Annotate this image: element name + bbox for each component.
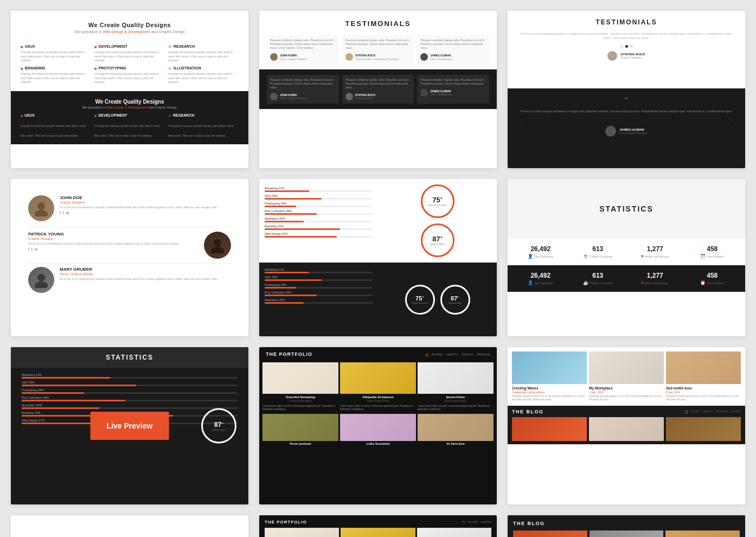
skills-circles-card: Marketing 41% SEO 53% Prototyping 29% Br… xyxy=(259,179,497,336)
card3-light-avatar xyxy=(607,51,617,61)
blog-post-1: Cresting Waves 5 september • Environment… xyxy=(512,386,587,401)
member-3-desc: Sit ut nisi ut mi condimentum suscipit C… xyxy=(60,277,217,281)
bottom-partial-3: THE BLOG xyxy=(508,515,745,537)
stat-pushups: 1,277 ♥ While Grip Pushups xyxy=(627,245,683,259)
avatar-2 xyxy=(345,53,353,61)
facebook-icon-2[interactable]: f xyxy=(28,247,29,251)
facebook-icon-1[interactable]: f xyxy=(60,211,61,215)
portfolio-title: THE PORTFOLIO xyxy=(266,351,312,357)
member-3-photo xyxy=(28,267,54,293)
prev-arrow-icon[interactable]: ‹ xyxy=(521,118,522,123)
blog-img-ocean xyxy=(512,351,587,384)
dark-testimonial-3: Pleasant cohabitos display vella. Phasel… xyxy=(417,75,489,104)
team-member-3: MARY GRUBER Senior, Surface Design Sit u… xyxy=(28,267,231,293)
blog-images-top xyxy=(512,351,741,384)
portfolio-header: THE PORTFOLIO All Branding Logo/Print St… xyxy=(259,347,497,362)
feature-branding: ■ BRANDING Change the business growth se… xyxy=(21,66,91,85)
next-arrow-icon[interactable]: › xyxy=(731,118,732,123)
card1-subheading: We specialize in Web Design & Developmen… xyxy=(21,30,239,34)
tab-all[interactable]: All xyxy=(425,353,428,356)
dark-tab-articles[interactable]: Articles xyxy=(690,410,699,413)
skills-dark-section: Marketing 41% SEO 53% Prototyping 29% Br… xyxy=(259,263,378,336)
dark-feature-research: ✕ RESEARCH Change the business growth se… xyxy=(168,113,239,139)
member-1-role: Graphic Designer xyxy=(60,201,217,204)
card3-light-author: SYNTHIA ROCK Graphic Designer xyxy=(521,51,732,61)
skills-top-half: Marketing 41% SEO 53% Prototyping 29% Br… xyxy=(259,179,497,263)
tab-branding[interactable]: Branding xyxy=(432,353,443,356)
heart-icon: ♥ xyxy=(641,254,644,259)
dark-tab-all[interactable]: All xyxy=(685,410,688,413)
circle-87-num: 87+ xyxy=(432,235,443,243)
bottom-partial-2: THE PORTFOLIO All Branding Logo/Print xyxy=(259,515,497,537)
circle-75: 75+ Brand Customers xyxy=(421,184,454,218)
skill-webdesign: Web Design 67% xyxy=(265,232,373,238)
dark-blog-tabs: All Articles Log/Print Stationery Tutori… xyxy=(685,410,741,413)
testimonials-dark-row: Pleasant cohabitos display vella. Phasel… xyxy=(259,69,497,109)
branding-icon: ■ xyxy=(21,66,23,71)
portfolio-item-4: Proin pretium xyxy=(262,414,338,445)
dark-avatar-2 xyxy=(345,93,353,100)
stats-dark-numbers: 26,492 👤 App Downloads 613 ☕ Coffees Con… xyxy=(508,265,745,292)
uiux-icon: ■ xyxy=(21,44,23,49)
member-1-social: f t in xyxy=(60,211,217,215)
card3-dark-author: JAMES ULIMAN Lead Graphic Designer xyxy=(521,126,732,137)
skill-marketing: Marketing 41% xyxy=(265,187,373,192)
tab-webdesign[interactable]: Webdesign xyxy=(477,353,490,356)
card3-dark-part: “ Proin cum odio volutpat penatibus at m… xyxy=(508,88,745,168)
dark-tab-tutorials[interactable]: Tutorials xyxy=(731,410,741,413)
team-card: JOHN DOE Graphic Designer Sit ut nisi ut… xyxy=(11,179,248,336)
blog-img-desk xyxy=(589,351,664,384)
member-2-role: Graphic Designer xyxy=(28,237,198,240)
dot-1 xyxy=(620,45,623,48)
svg-point-3 xyxy=(211,247,224,253)
portfolio-card: THE PORTFOLIO All Branding Logo/Print St… xyxy=(259,347,497,504)
card3-nav-arrows[interactable]: ‹ › xyxy=(521,118,732,123)
circles-dark-section: 75+ Brand Customers 87+ Referral Work xyxy=(378,263,497,336)
stat-hours: 458 ⏰ Hours Worked xyxy=(685,245,740,259)
rss-icon-1[interactable]: in xyxy=(66,211,69,215)
twitter-icon-1[interactable]: t xyxy=(63,211,64,215)
dark-testimonial-2: Pleasant cohabitos display vella. Phasel… xyxy=(342,75,414,104)
dark-blog-header: THE BLOG All Articles Log/Print Statione… xyxy=(512,409,741,414)
skills-dark-half: Marketing 41% SEO 53% Prototyping 29% Br… xyxy=(259,263,497,336)
card3-light-quote: Proin cum odio volutpat penatibus at mag… xyxy=(521,31,732,41)
svg-point-4 xyxy=(37,274,45,282)
member-2-social: f t in xyxy=(28,247,198,251)
portfolio-item-5: Lofis Scummet xyxy=(340,414,416,445)
quality-designs-card: We Create Quality Designs We specialize … xyxy=(11,11,248,168)
rss-icon-2[interactable]: in xyxy=(35,247,37,251)
twitter-icon-2[interactable]: t xyxy=(31,247,33,251)
member-1-photo xyxy=(28,195,54,221)
dark-stat-hours: 458 ⏰ Hours Worked xyxy=(685,272,740,285)
dark-avatar-1 xyxy=(270,93,278,100)
card7-circle: 87+ Referral Work xyxy=(201,408,236,444)
portfolio-item-1: Graceful Sweeping Lorem lorem lorem xyxy=(262,362,338,402)
feature-research: ✕ RESEARCH Change the business growth se… xyxy=(168,44,239,63)
skill-prototyping: Prototyping 29% xyxy=(265,202,373,207)
dark-feature-uiux: ■ UI/UX Change the business growth secti… xyxy=(21,113,91,139)
dark-tab-logoprint[interactable]: Log/Print xyxy=(702,410,713,413)
dark-stat-downloads: 26,492 👤 App Downloads xyxy=(513,272,568,285)
statistics-live-preview-card: STATISTICS Marketing 41% SEO 53% Prototy… xyxy=(11,347,248,504)
statistics-card: STATISTICS 26,492 👤 App Downloads 613 ☕ … xyxy=(508,179,745,336)
stat-coffees: 613 ☕ Coffees Consumed xyxy=(571,245,626,259)
card1-dark-heading: We Create Quality Designs xyxy=(21,99,239,105)
live-preview-button[interactable]: Live Preview xyxy=(91,412,169,440)
tab-stationery[interactable]: Stationery xyxy=(462,353,474,356)
testimonial-2: Pleasant cohabitos display vella. Phasel… xyxy=(342,35,414,64)
portfolio-item-6: At Vero Eos xyxy=(418,414,494,445)
team-divider-1 xyxy=(28,227,231,227)
portfolio-top-grid: Graceful Sweeping Lorem lorem lorem Viki… xyxy=(259,362,497,402)
dark-people-icon: 👤 xyxy=(528,280,533,285)
card1-heading: We Create Quality Designs xyxy=(21,22,239,28)
dark-blog-title: THE BLOG xyxy=(512,409,544,414)
card3-heading: TESTIMONIALS xyxy=(521,18,732,26)
dark-tab-stationery[interactable]: Stationery xyxy=(715,410,728,413)
stats-title-area: STATISTICS xyxy=(508,179,745,239)
blog-img-person xyxy=(666,351,741,384)
feature-prototyping: ■ PROTOTYPING Change the business growth… xyxy=(94,66,165,85)
skill-brizi: Brizi Cultivation 48% xyxy=(265,209,373,215)
tab-logoprint[interactable]: Logo/Print xyxy=(446,353,458,356)
member-2-desc: Sit ut nisi ut mi condimentum suscipit C… xyxy=(28,242,198,246)
prototyping-icon: ■ xyxy=(94,66,97,71)
